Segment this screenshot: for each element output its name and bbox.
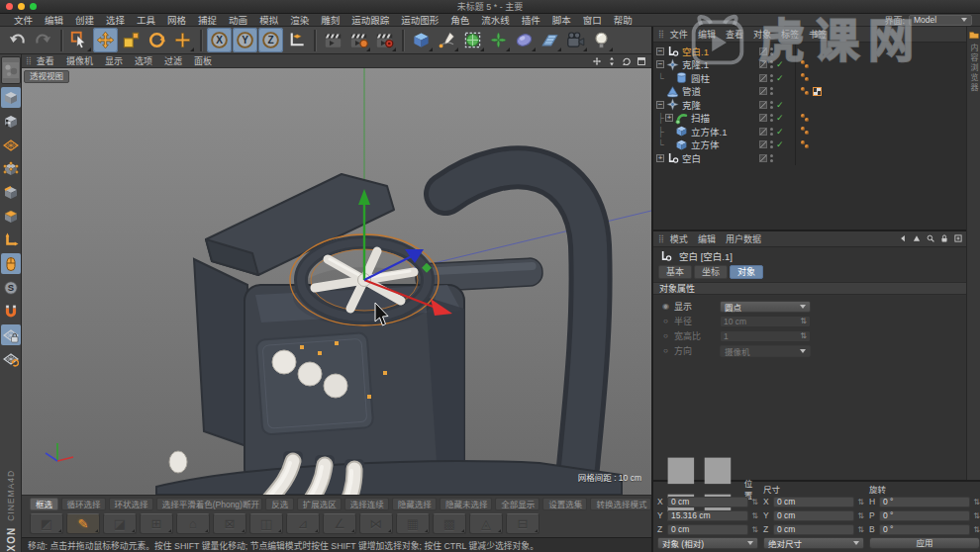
keyframe-dot-icon[interactable]: ○ — [661, 331, 670, 340]
enabled-check-icon[interactable]: ✓ — [776, 113, 786, 123]
interface-dropdown[interactable]: Model — [909, 15, 972, 26]
object-row[interactable]: −克隆✓ — [653, 98, 968, 112]
attribute-dropdown[interactable]: 圆点 — [720, 301, 811, 313]
layer-swatch-icon[interactable] — [759, 47, 767, 55]
render-picture-viewer-button[interactable] — [346, 28, 371, 52]
object-name[interactable]: 立方体 — [691, 138, 720, 151]
selection-command-button[interactable]: 循环选择 — [61, 498, 106, 510]
panel-grip-icon[interactable]: ⣿ — [658, 30, 663, 39]
stepper-icon[interactable]: ⇅ — [857, 525, 864, 534]
camera-button[interactable] — [563, 28, 588, 52]
menu-item[interactable]: 捕捉 — [192, 13, 223, 27]
enabled-check-icon[interactable]: ✓ — [776, 59, 786, 69]
scale-button[interactable] — [119, 28, 144, 52]
zoom-icon[interactable] — [606, 55, 618, 67]
modeling-tool-button[interactable]: ⌂ — [176, 513, 210, 534]
menu-item[interactable]: 窗口 — [577, 13, 608, 27]
coord-value-field[interactable]: 0 ° — [879, 524, 970, 535]
axis-mode-button[interactable] — [1, 230, 21, 250]
layer-swatch-icon[interactable] — [759, 114, 767, 122]
back-arrow-icon[interactable] — [898, 233, 908, 245]
selection-command-button[interactable]: 扩展选区 — [297, 498, 342, 510]
object-row[interactable]: +空白 — [653, 151, 968, 165]
attribute-value-field[interactable]: 1⇅ — [720, 330, 811, 342]
stepper-icon[interactable]: ⇅ — [800, 317, 807, 325]
coord-value-field[interactable]: 0 cm — [667, 497, 748, 507]
apply-button[interactable]: 应用 — [869, 537, 980, 549]
dock-tab-label[interactable]: 内容浏览器 — [968, 44, 979, 93]
modeling-tool-button[interactable]: ⊿ — [286, 513, 320, 534]
panel-grip-icon[interactable]: ⣿ — [658, 234, 663, 243]
menu-item[interactable]: 流水线 — [475, 13, 516, 27]
coord-mode-dropdown[interactable]: 对象 (相对) — [657, 537, 758, 549]
polygons-mode-button[interactable] — [1, 206, 21, 227]
layer-swatch-icon[interactable] — [759, 60, 767, 68]
object-name[interactable]: 克隆.1 — [682, 57, 709, 71]
menu-item[interactable]: 运动图形 — [395, 13, 444, 27]
subdivision-surface-button[interactable] — [460, 28, 485, 52]
object-row[interactable]: 管道 — [653, 85, 968, 99]
axis-y-button[interactable]: Y — [233, 28, 257, 52]
visibility-dots-icon[interactable] — [770, 128, 773, 136]
visibility-dots-icon[interactable] — [770, 140, 773, 148]
enabled-check-icon[interactable]: ✓ — [776, 73, 786, 83]
attribute-tab[interactable]: 对象 — [730, 265, 763, 279]
menu-item[interactable]: 模拟 — [253, 13, 284, 27]
axis-x-button[interactable]: X — [207, 28, 232, 52]
phong-tag-icon[interactable] — [801, 127, 810, 136]
workplane-mode-button[interactable] — [1, 135, 21, 155]
object-name[interactable]: 克隆 — [682, 98, 701, 112]
modeling-tool-button[interactable]: ⊞ — [140, 513, 173, 534]
menu-item[interactable]: 文件 — [8, 13, 39, 27]
menu-item[interactable]: 选择 — [100, 13, 131, 27]
keyframe-dot-icon[interactable]: ○ — [661, 346, 670, 355]
selection-command-button[interactable]: 框选 — [30, 498, 58, 510]
attribute-menu-item[interactable]: 模式 — [665, 232, 693, 245]
viewport-menu-item[interactable]: 摄像机 — [60, 54, 99, 67]
layer-swatch-icon[interactable] — [759, 128, 767, 136]
enabled-check-icon[interactable]: ✓ — [776, 100, 786, 110]
layer-swatch-icon[interactable] — [759, 87, 767, 95]
visibility-dots-icon[interactable] — [770, 74, 773, 82]
texture-tag-icon[interactable] — [813, 87, 822, 96]
modeling-tool-button[interactable]: ✎ — [66, 513, 100, 534]
visibility-dots-icon[interactable] — [770, 60, 773, 68]
view-label[interactable]: 透视视图 — [24, 70, 69, 83]
selection-command-button[interactable]: 反选 — [265, 498, 294, 510]
viewport-solo-button[interactable] — [1, 253, 21, 274]
up-arrow-icon[interactable] — [912, 233, 922, 245]
visibility-dots-icon[interactable] — [770, 101, 773, 109]
light-button[interactable] — [589, 28, 614, 52]
stepper-icon[interactable]: ⇅ — [751, 525, 758, 534]
layer-swatch-icon[interactable] — [759, 154, 767, 162]
coord-value-field[interactable]: 0 cm — [773, 510, 854, 521]
object-row[interactable]: └圆柱✓ — [653, 71, 968, 85]
object-manager-menu-item[interactable]: 书签 — [804, 28, 832, 41]
layer-swatch-icon[interactable] — [759, 74, 767, 82]
coord-mode-dropdown[interactable]: 绝对尺寸 — [763, 537, 864, 549]
visibility-dots-icon[interactable] — [770, 154, 773, 162]
enabled-check-icon[interactable]: ✓ — [776, 139, 786, 149]
selection-command-button[interactable]: 环状选择 — [109, 498, 153, 510]
spline-pen-button[interactable] — [435, 28, 459, 52]
stepper-icon[interactable]: ⇅ — [800, 331, 807, 340]
menu-item[interactable]: 创建 — [69, 13, 100, 27]
stepper-icon[interactable]: ⇅ — [751, 511, 758, 520]
modeling-tool-button[interactable]: ∠ — [323, 513, 356, 534]
object-manager-menu-item[interactable]: 对象 — [748, 28, 776, 41]
lock-icon[interactable] — [939, 233, 949, 245]
coord-value-field[interactable]: 0 ° — [879, 497, 970, 507]
expand-toggle-icon[interactable]: − — [656, 60, 664, 68]
visibility-dots-icon[interactable] — [770, 87, 773, 95]
rotate-button[interactable] — [145, 28, 169, 52]
modeling-tool-button[interactable]: ⋈ — [359, 513, 393, 534]
layer-swatch-icon[interactable] — [759, 101, 767, 109]
points-mode-button[interactable] — [1, 158, 21, 179]
expand-toggle-icon[interactable]: − — [656, 47, 664, 55]
coordinate-system-button[interactable] — [284, 28, 309, 52]
modeling-tool-button[interactable]: ▦ — [396, 513, 430, 534]
edges-mode-button[interactable] — [1, 182, 21, 203]
enabled-check-icon[interactable]: ✓ — [776, 127, 786, 137]
object-row[interactable]: ├立方体.1✓ — [653, 125, 968, 138]
environment-button[interactable] — [512, 28, 537, 52]
